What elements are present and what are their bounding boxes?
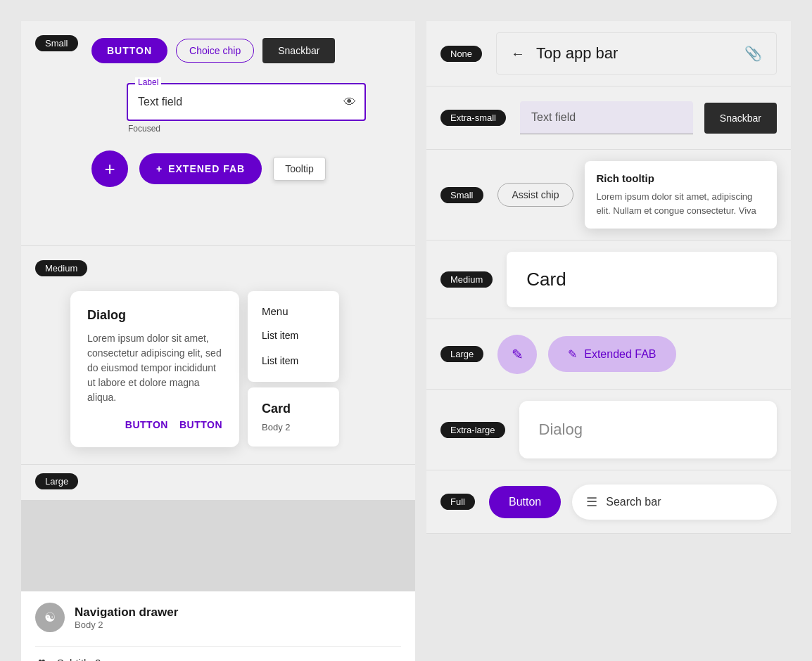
fab-extended-label: EXTENED FAB <box>168 163 245 174</box>
right-extra-small-section: Extra-small Text field Snackbar <box>426 86 791 150</box>
large-inner: ✎ ✎ Extended FAB <box>497 335 777 374</box>
menu-header: Menu <box>248 300 339 323</box>
card-right-title: Card <box>526 269 757 290</box>
right-panel: None ← Top app bar 📎 Extra-small Text fi… <box>426 21 791 661</box>
medium-section: Medium Dialog Lorem ipsum dolor sit amet… <box>21 246 415 465</box>
rich-tooltip-title: Rich tooltip <box>596 172 766 184</box>
nav-title-group: Navigation drawer Body 2 <box>75 605 178 630</box>
fab-extended-button[interactable]: + EXTENED FAB <box>139 153 262 184</box>
dialog-right: Dialog <box>519 401 777 458</box>
text-field-label: Label <box>135 77 161 87</box>
menu-card: Menu List item List item <box>248 291 339 382</box>
search-bar[interactable]: ☰ Search bar <box>572 484 777 520</box>
left-panel: Small BUTTON Choice chip Snackbar Label … <box>21 21 415 661</box>
nav-header: ☯ Navigation drawer Body 2 <box>35 603 401 632</box>
none-badge: None <box>440 46 482 62</box>
card-right: Card <box>507 252 777 307</box>
button-filled-right[interactable]: Button <box>489 486 561 518</box>
right-small-section: Small Assist chip Rich tooltip Lorem ips… <box>426 150 791 240</box>
nav-title: Navigation drawer <box>75 605 178 620</box>
right-large-section: Large ✎ ✎ Extended FAB <box>426 319 791 390</box>
small-badge-right: Small <box>440 187 483 203</box>
dialog-title: Dialog <box>87 308 222 323</box>
text-field-wrapper: Label 👁 <box>127 83 366 121</box>
hamburger-icon: ☰ <box>586 494 597 510</box>
large-badge-row: Large <box>21 465 415 500</box>
full-badge: Full <box>440 494 475 510</box>
back-arrow-icon[interactable]: ← <box>511 46 525 62</box>
extra-small-inner: Text field Snackbar <box>520 101 777 134</box>
search-bar-text: Search bar <box>606 496 661 508</box>
nav-avatar: ☯ <box>35 603 65 632</box>
large-top-image <box>21 500 415 591</box>
snackbar: Snackbar <box>262 38 335 63</box>
top-bar-container: ← Top app bar 📎 <box>496 32 777 75</box>
extra-small-badge: Extra-small <box>440 110 506 126</box>
extra-large-badge: Extra-large <box>440 422 505 438</box>
attachment-icon[interactable]: 📎 <box>744 45 762 62</box>
nav-drawer: ☯ Navigation drawer Body 2 ♥ Subtitle 2 … <box>21 591 415 661</box>
tooltip: Tooltip <box>273 157 325 181</box>
small-badge: Small <box>35 35 78 51</box>
small-row1: BUTTON Choice chip Snackbar <box>91 38 401 63</box>
nav-item-1[interactable]: ♥ Subtitle 2 <box>35 646 401 661</box>
small-inner: Assist chip Rich tooltip Lorem ipsum dol… <box>497 161 777 229</box>
eye-icon[interactable]: 👁 <box>343 95 356 110</box>
medium-badge-right: Medium <box>440 271 493 288</box>
small-section: Small BUTTON Choice chip Snackbar Label … <box>21 21 415 246</box>
pencil-icon-large: ✎ <box>568 347 577 361</box>
card-small-title: Card <box>262 402 325 416</box>
top-bar-inner: ← Top app bar 📎 <box>496 32 777 75</box>
large-badge: Large <box>35 473 78 489</box>
large-badge-right: Large <box>440 346 483 362</box>
snackbar-dark: Snackbar <box>704 103 777 134</box>
avatar-icon: ☯ <box>44 610 56 625</box>
pencil-icon-small: ✎ <box>512 346 524 363</box>
focused-label: Focused <box>128 124 401 134</box>
dialog-body: Lorem ipsum dolor sit amet, consectetur … <box>87 331 222 405</box>
assist-chip[interactable]: Assist chip <box>497 183 574 207</box>
right-full-section: Full Button ☰ Search bar <box>426 470 791 534</box>
rich-tooltip: Rich tooltip Lorem ipsum dolor sit amet,… <box>585 161 777 229</box>
rich-tooltip-body: Lorem ipsum dolor sit amet, adipiscing e… <box>596 190 766 217</box>
nav-subtitle: Body 2 <box>75 620 178 630</box>
fab-extended-plus-icon: + <box>156 163 163 174</box>
nav-item-text-1: Subtitle 2 <box>57 657 101 661</box>
right-extra-large-section: Extra-large Dialog <box>426 390 791 470</box>
menu-card-column: Menu List item List item Card Body 2 <box>248 291 339 447</box>
fab-extended-right[interactable]: ✎ Extended FAB <box>548 336 675 372</box>
right-none-section: None ← Top app bar 📎 <box>426 21 791 86</box>
dialog-btn2[interactable]: BUTTON <box>179 419 222 430</box>
right-medium-section: Medium Card <box>426 240 791 319</box>
dialog-card: Dialog Lorem ipsum dolor sit amet, conse… <box>70 291 239 447</box>
text-field-container: Label 👁 Focused <box>91 83 401 134</box>
extra-large-inner: Dialog <box>519 401 777 458</box>
dialog-right-title: Dialog <box>539 421 757 439</box>
menu-item-1[interactable]: List item <box>248 323 339 348</box>
menu-item-2[interactable]: List item <box>248 348 339 373</box>
fab-row: + + EXTENED FAB Tooltip <box>91 150 401 187</box>
fab-extended-right-label: Extended FAB <box>584 348 656 361</box>
dialog-btn1[interactable]: BUTTON <box>125 419 168 430</box>
large-section: Large ☯ Navigation drawer Body 2 ♥ Subti… <box>21 465 415 661</box>
card-small-body: Body 2 <box>262 422 325 432</box>
medium-inner: Card <box>507 252 777 307</box>
button-filled[interactable]: BUTTON <box>91 38 167 63</box>
card-small: Card Body 2 <box>248 387 339 447</box>
heart-icon-1: ♥ <box>38 655 46 661</box>
full-inner: Button ☰ Search bar <box>489 484 777 520</box>
text-field-input[interactable] <box>128 84 364 120</box>
dialog-actions: BUTTON BUTTON <box>87 419 222 430</box>
top-bar-title: Top app bar <box>536 44 733 63</box>
fab-plus-icon: + <box>104 158 115 180</box>
text-field-simple[interactable]: Text field <box>520 101 693 134</box>
medium-badge: Medium <box>35 260 87 276</box>
fab-button[interactable]: + <box>91 150 128 187</box>
medium-row: Dialog Lorem ipsum dolor sit amet, conse… <box>70 291 401 447</box>
choice-chip[interactable]: Choice chip <box>176 39 254 63</box>
fab-circle-right[interactable]: ✎ <box>497 335 537 374</box>
